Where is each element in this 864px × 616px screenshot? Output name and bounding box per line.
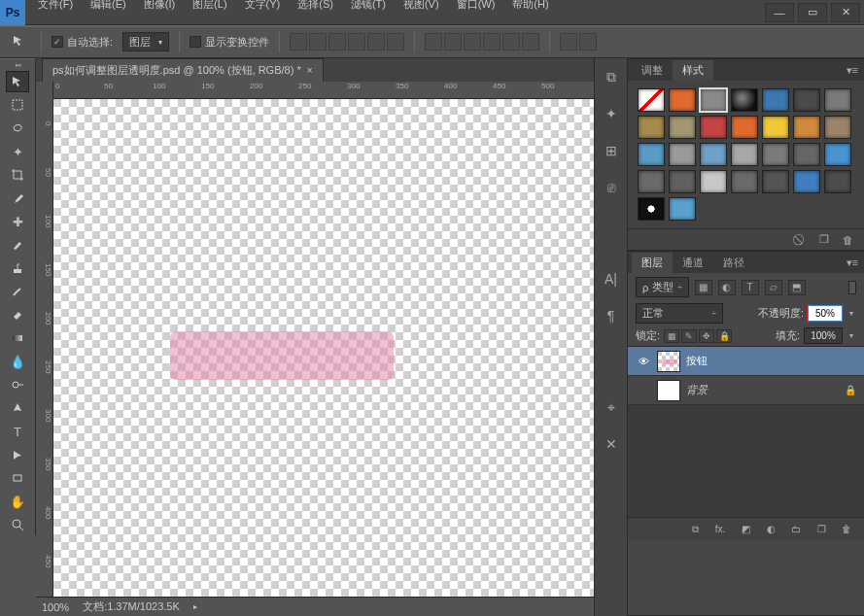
align-bottom-icon[interactable]: [328, 33, 346, 51]
document-info[interactable]: 文档:1.37M/1023.5K: [83, 599, 180, 614]
character-panel-icon[interactable]: A|: [601, 268, 622, 290]
group-icon[interactable]: 🗀: [788, 523, 804, 536]
menu-image[interactable]: 图像(I): [135, 0, 184, 15]
opacity-input[interactable]: 50%: [808, 305, 843, 322]
adjustment-layer-icon[interactable]: ◐: [763, 523, 778, 536]
distribute-vcenter-icon[interactable]: [444, 33, 462, 51]
distribute-top-icon[interactable]: [425, 33, 442, 51]
menu-select[interactable]: 选择(S): [289, 0, 342, 15]
style-swatch[interactable]: [669, 143, 696, 166]
auto-select-target[interactable]: 图层▾: [122, 32, 169, 51]
document-tab[interactable]: ps如何调整图层透明度.psd @ 100% (按钮, RGB/8) * ×: [42, 58, 324, 82]
fill-dropdown-icon[interactable]: ▾: [847, 331, 856, 340]
style-swatch[interactable]: [700, 170, 727, 193]
style-swatch[interactable]: [669, 197, 696, 221]
style-swatch[interactable]: [638, 170, 665, 193]
filter-pixel-icon[interactable]: ▦: [695, 280, 712, 295]
style-swatch[interactable]: [824, 143, 851, 166]
type-tool[interactable]: T: [6, 421, 29, 442]
align-hcenter-icon[interactable]: [367, 33, 385, 51]
style-swatch[interactable]: [669, 170, 696, 193]
tab-paths[interactable]: 路径: [713, 253, 754, 273]
actions-panel-icon[interactable]: ✦: [601, 103, 622, 124]
lock-image-icon[interactable]: ✎: [681, 329, 697, 343]
crop-tool[interactable]: [6, 164, 29, 186]
menu-window[interactable]: 窗口(W): [448, 0, 504, 15]
hand-tool[interactable]: ✋: [6, 491, 29, 512]
clone-stamp-tool[interactable]: [6, 257, 29, 279]
align-right-icon[interactable]: [387, 33, 404, 51]
align-left-icon[interactable]: [348, 33, 365, 51]
tab-adjustments[interactable]: 调整: [632, 60, 673, 81]
fill-input[interactable]: 100%: [804, 327, 843, 344]
visibility-toggle-icon[interactable]: 👁: [636, 356, 651, 367]
close-button[interactable]: ✕: [831, 3, 860, 22]
lasso-tool[interactable]: [6, 118, 29, 139]
swatches-panel-icon[interactable]: ✕: [601, 433, 622, 455]
style-swatch[interactable]: [793, 143, 820, 166]
history-panel-icon[interactable]: ⧉: [601, 66, 622, 87]
new-layer-icon[interactable]: ❐: [813, 523, 829, 536]
healing-brush-tool[interactable]: ✚: [6, 211, 29, 232]
layer-name[interactable]: 背景: [686, 383, 708, 397]
style-swatch[interactable]: [700, 143, 727, 166]
layer-mask-icon[interactable]: ◩: [738, 523, 753, 536]
style-swatch[interactable]: [638, 116, 665, 139]
minimize-button[interactable]: —: [765, 3, 794, 22]
brushes-panel-icon[interactable]: ⎚: [601, 177, 622, 198]
button-shape-layer[interactable]: [170, 331, 394, 380]
navigator-panel-icon[interactable]: ⌖: [601, 396, 622, 418]
align-vcenter-icon[interactable]: [309, 33, 327, 51]
horizontal-ruler[interactable]: 0 50 100 150 200 250 300 350 400 450 500: [53, 82, 594, 99]
style-swatch[interactable]: [669, 88, 696, 112]
eraser-tool[interactable]: [6, 304, 29, 325]
vertical-ruler[interactable]: 0 50 100 150 200 250 300 350 400 450: [36, 82, 53, 597]
layer-thumbnail[interactable]: [657, 380, 680, 401]
layer-row[interactable]: 👁 按钮: [628, 347, 864, 376]
menu-file[interactable]: 文件(F): [29, 0, 82, 15]
arrange-icon[interactable]: [560, 33, 577, 51]
maximize-button[interactable]: ▭: [798, 3, 827, 22]
distribute-right-icon[interactable]: [522, 33, 539, 51]
layer-name[interactable]: 按钮: [686, 354, 708, 368]
arrange-icon[interactable]: [579, 33, 597, 51]
gradient-tool[interactable]: [6, 327, 29, 349]
lock-all-icon[interactable]: 🔒: [716, 329, 732, 343]
tab-styles[interactable]: 样式: [673, 60, 713, 81]
canvas[interactable]: [53, 99, 594, 597]
style-swatch[interactable]: [731, 88, 758, 112]
style-swatch[interactable]: [793, 116, 820, 139]
zoom-level[interactable]: 100%: [42, 601, 69, 613]
layer-style-icon[interactable]: fx.: [712, 523, 728, 536]
pen-tool[interactable]: [6, 397, 29, 419]
style-swatch[interactable]: [731, 143, 758, 166]
filter-smart-icon[interactable]: ⬒: [788, 280, 806, 295]
marquee-tool[interactable]: [6, 94, 29, 116]
zoom-tool[interactable]: [6, 514, 29, 535]
style-swatch[interactable]: [793, 170, 820, 193]
style-swatch[interactable]: [762, 116, 789, 139]
style-swatch[interactable]: [793, 88, 820, 112]
rectangle-tool[interactable]: [6, 467, 29, 489]
style-swatch[interactable]: [638, 197, 665, 221]
clear-style-icon[interactable]: ⃠: [794, 233, 808, 247]
lock-transparent-icon[interactable]: ▦: [664, 329, 679, 343]
opacity-dropdown-icon[interactable]: ▾: [847, 309, 856, 318]
style-swatch[interactable]: [824, 88, 851, 112]
tab-layers[interactable]: 图层: [632, 253, 673, 273]
distribute-hcenter-icon[interactable]: [502, 33, 520, 51]
style-swatch[interactable]: [700, 88, 727, 112]
style-swatch[interactable]: [731, 170, 758, 193]
blend-mode-select[interactable]: 正常÷: [636, 303, 723, 324]
history-brush-tool[interactable]: [6, 281, 29, 302]
paragraph-panel-icon[interactable]: ¶: [601, 305, 622, 326]
style-swatch[interactable]: [762, 143, 789, 166]
menu-layer[interactable]: 图层(L): [184, 0, 235, 15]
toolbox-grip[interactable]: [0, 61, 35, 69]
brush-tool[interactable]: [6, 234, 29, 256]
link-layers-icon[interactable]: ⧉: [687, 523, 703, 536]
new-style-icon[interactable]: ❐: [817, 233, 831, 247]
filter-toggle[interactable]: [848, 281, 856, 294]
show-transform-checkbox[interactable]: 显示变换控件: [190, 35, 269, 50]
layer-thumbnail[interactable]: [657, 351, 680, 372]
